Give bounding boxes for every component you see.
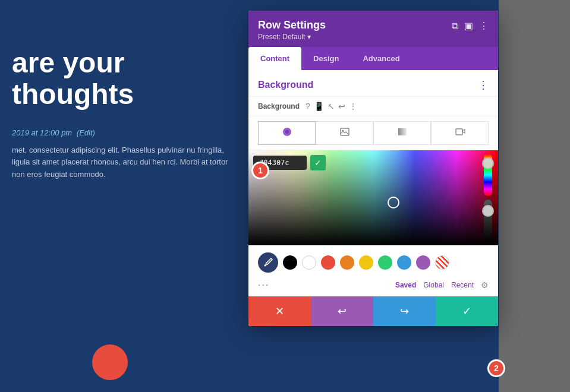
mobile-icon[interactable]: 📱 (314, 102, 324, 111)
hue-slider[interactable] (484, 154, 492, 196)
cancel-button[interactable]: ✕ (248, 296, 311, 326)
cursor-icon[interactable]: ↖ (327, 102, 335, 111)
color-swatches-area (248, 245, 498, 277)
swatch-yellow[interactable] (359, 255, 373, 270)
svg-rect-5 (456, 129, 462, 135)
color-picker-area[interactable]: ✓ (248, 150, 498, 245)
page-date: 2019 at 12:00 pm (Edit) (12, 128, 238, 137)
hue-thumb[interactable] (482, 157, 494, 169)
right-sidebar-bg (499, 0, 570, 392)
help-icon[interactable]: ? (306, 102, 310, 111)
image-type-btn[interactable] (316, 121, 373, 145)
save-button[interactable]: ✓ (436, 296, 498, 326)
page-headline: are your thoughts (12, 48, 238, 110)
gradient-type-btn[interactable] (373, 121, 431, 145)
swatch-red[interactable] (321, 255, 335, 270)
step-badge-1: 1 (251, 162, 269, 179)
step-badge-2: 2 (487, 359, 505, 377)
preset-arrow-icon: ▾ (307, 33, 311, 41)
opacity-slider[interactable] (484, 200, 492, 242)
panel-title: Row Settings (258, 19, 326, 31)
swatch-green[interactable] (378, 255, 392, 270)
tab-content[interactable]: Content (248, 47, 301, 70)
copy-icon[interactable]: ⧉ (452, 21, 458, 31)
section-title: Background (258, 80, 313, 90)
bg-label: Background (258, 102, 300, 110)
undo-button[interactable]: ↩ (311, 296, 373, 326)
color-gradient[interactable]: ✓ (248, 150, 498, 245)
tab-advanced[interactable]: Advanced (351, 47, 411, 70)
recent-tab[interactable]: Recent (451, 281, 474, 289)
swatch-purple[interactable] (416, 255, 430, 270)
more-ctrl-icon[interactable]: ⋮ (349, 102, 357, 111)
video-type-btn[interactable] (431, 121, 489, 145)
type-icons-row (248, 116, 498, 150)
expand-dots-button[interactable]: ··· (258, 280, 269, 290)
section-menu-icon[interactable]: ⋮ (478, 78, 489, 91)
svg-rect-4 (398, 128, 407, 135)
edit-link[interactable]: (Edit) (77, 128, 95, 137)
decorative-circle (92, 344, 128, 380)
panel-body: Background ⋮ Background ? 📱 ↖ ↩ ⋮ (248, 70, 498, 326)
swatch-transparent[interactable] (435, 255, 449, 270)
color-tabs-row: ··· Saved Global Recent ⚙ (248, 277, 498, 296)
swatch-white[interactable] (302, 255, 316, 270)
row-settings-panel: Row Settings Preset: Default ▾ ⧉ ▣ ⋮ Con… (248, 11, 498, 326)
panel-preset[interactable]: Preset: Default ▾ (258, 33, 326, 41)
saved-tab[interactable]: Saved (395, 281, 416, 289)
hex-confirm-button[interactable]: ✓ (310, 155, 326, 170)
panel-header: Row Settings Preset: Default ▾ ⧉ ▣ ⋮ (248, 11, 498, 47)
swatch-black[interactable] (283, 255, 297, 270)
panel-tabs: Content Design Advanced (248, 47, 498, 70)
opacity-thumb[interactable] (482, 205, 494, 217)
background-controls-row: Background ? 📱 ↖ ↩ ⋮ (248, 97, 498, 116)
svg-point-6 (264, 265, 266, 267)
svg-rect-2 (341, 128, 349, 135)
eyedropper-button[interactable] (258, 252, 278, 273)
svg-point-1 (285, 130, 289, 134)
swatch-orange[interactable] (340, 255, 354, 270)
color-type-btn[interactable] (258, 121, 316, 145)
page-body-text: met, consectetur adipiscing elit. Phasel… (12, 144, 238, 181)
global-tab[interactable]: Global (423, 281, 444, 289)
swatch-blue[interactable] (397, 255, 411, 270)
settings-icon[interactable]: ⚙ (481, 280, 489, 290)
undo-ctrl-icon[interactable]: ↩ (338, 102, 345, 111)
more-options-icon[interactable]: ⋮ (479, 21, 489, 31)
action-bar: ✕ ↩ ↪ ✓ (248, 296, 498, 326)
tab-design[interactable]: Design (301, 47, 351, 70)
redo-button[interactable]: ↪ (373, 296, 436, 326)
layout-icon[interactable]: ▣ (464, 21, 473, 31)
section-header: Background ⋮ (248, 70, 498, 97)
